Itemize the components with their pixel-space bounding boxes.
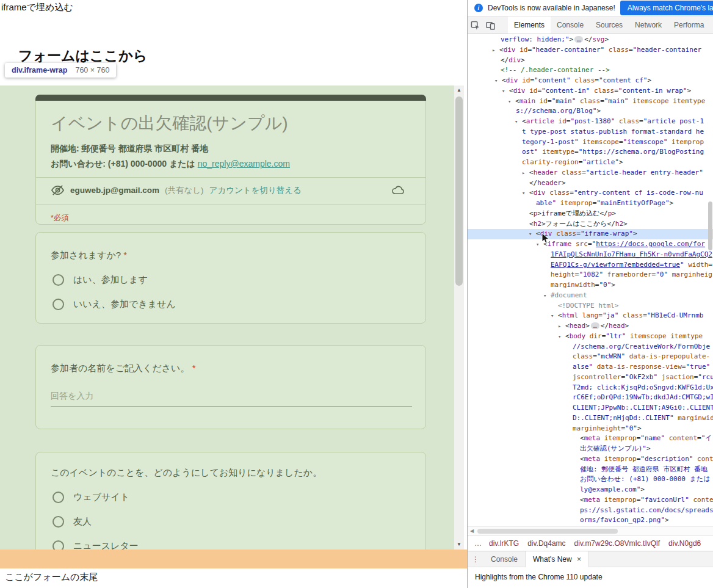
scroll-left-arrow-icon[interactable]: ◀ bbox=[470, 528, 474, 534]
tree-line[interactable]: verflow: hidden;">…</svg> bbox=[468, 35, 713, 45]
expand-arrow-open-icon[interactable]: ▾ bbox=[502, 86, 505, 96]
tree-line[interactable]: marginheight="0"> bbox=[468, 424, 713, 434]
tree-line[interactable]: お問い合わせ: (+81) 000-0000 または bbox=[468, 474, 713, 485]
tree-line[interactable]: clarity-region="article"> bbox=[468, 158, 713, 168]
tab-sources[interactable]: Sources bbox=[590, 16, 629, 34]
tree-line[interactable]: ▾<html lang="ja" class="HB1eCd-UMrnmb bbox=[468, 311, 713, 321]
tree-line[interactable]: height="1082" frameborder="0" marginheig bbox=[468, 270, 713, 280]
tree-line[interactable]: ▸<head>…</head> bbox=[468, 321, 713, 332]
tree-line[interactable]: ly@example.com"> bbox=[468, 485, 713, 495]
tree-line[interactable]: ▸<header class="article-header entry-hea… bbox=[468, 168, 713, 178]
tree-line[interactable]: orms/favicon_qp2.png"> bbox=[468, 515, 713, 526]
tree-line[interactable]: <!DOCTYPE html> bbox=[468, 301, 713, 311]
breadcrumb-overflow[interactable]: … bbox=[471, 539, 485, 548]
tree-line[interactable]: EAFQ1Cs-g/viewform?embedded=true" width= bbox=[468, 260, 713, 270]
tree-line[interactable]: alse" data-is-response-view="true" bbox=[468, 362, 713, 372]
drawer-tab-what-s-new[interactable]: What's New× bbox=[525, 551, 589, 567]
radio-option[interactable]: 友人 bbox=[51, 509, 411, 534]
radio-option[interactable]: ニュースレター bbox=[51, 534, 411, 550]
expand-arrow-open-icon[interactable]: ▾ bbox=[551, 311, 554, 321]
tree-line[interactable]: ▾#document bbox=[468, 291, 713, 301]
radio-option[interactable]: いいえ、参加できません bbox=[51, 292, 411, 316]
radio-icon[interactable] bbox=[52, 540, 64, 550]
tab-performa[interactable]: Performa bbox=[668, 16, 710, 34]
tree-line[interactable]: 1FAIpQLScNnUnIo7FHamu_Fh5Kr-n0vndFaAgCQ2 bbox=[468, 250, 713, 260]
expand-arrow-open-icon[interactable]: ▾ bbox=[543, 291, 546, 301]
expand-arrow-open-icon[interactable]: ▾ bbox=[558, 332, 561, 342]
tree-line[interactable]: jscontroller="OkF2xb" jsaction="rcu bbox=[468, 372, 713, 383]
tree-line[interactable]: 出欠確認(サンプル)"> bbox=[468, 444, 713, 454]
text-answer-field[interactable]: 回答を入力 bbox=[51, 390, 412, 407]
radio-icon[interactable] bbox=[52, 492, 64, 503]
tree-line[interactable]: s://schema.org/Blog"> bbox=[468, 106, 713, 117]
tree-line[interactable]: CLIENT;JPpwNb:.CLIENT;A9Gi0:.CLIENT bbox=[468, 403, 713, 413]
radio-icon[interactable] bbox=[52, 516, 64, 528]
tree-line[interactable]: ost" itemtype="https://schema.org/BlogPo… bbox=[468, 147, 713, 158]
tree-line[interactable]: <h2>フォームはここから</h2> bbox=[468, 219, 713, 230]
tree-line[interactable]: </header> bbox=[468, 178, 713, 189]
tree-line[interactable]: marginwidth="0"> bbox=[468, 280, 713, 291]
close-icon[interactable]: × bbox=[577, 555, 582, 563]
tree-line[interactable]: able" itemprop="mainEntityOfPage"> bbox=[468, 198, 713, 209]
expand-arrow-open-icon[interactable]: ▾ bbox=[508, 96, 511, 107]
tree-line[interactable]: ▸<div id="header-container" class="heade… bbox=[468, 45, 713, 56]
expand-arrow-closed-icon[interactable]: ▸ bbox=[522, 168, 525, 178]
tree-line[interactable]: <meta itemprop="description" cont bbox=[468, 454, 713, 465]
drawer-tab-console[interactable]: Console bbox=[483, 551, 525, 567]
tree-line[interactable]: t type-post status-publish format-standa… bbox=[468, 127, 713, 137]
tree-line[interactable]: T2md; click:KjsqPd;oSngvd:KWFG1d;Ux bbox=[468, 383, 713, 393]
radio-icon[interactable] bbox=[52, 274, 64, 286]
tree-line[interactable]: ▾<iframe src="https://docs.google.com/fo… bbox=[468, 239, 713, 250]
expand-arrow-closed-icon[interactable]: ▸ bbox=[492, 45, 495, 56]
expand-arrow-closed-icon[interactable]: ▸ bbox=[558, 321, 561, 332]
form-scrollbar[interactable]: ▲ ▼ bbox=[454, 85, 464, 550]
tree-line[interactable]: <meta itemprop="name" content="イ bbox=[468, 434, 713, 444]
expand-arrow-open-icon[interactable]: ▾ bbox=[515, 117, 518, 127]
expand-arrow-open-icon[interactable]: ▾ bbox=[536, 239, 539, 250]
tab-console[interactable]: Console bbox=[551, 16, 590, 34]
device-toolbar-icon[interactable] bbox=[483, 16, 498, 34]
tree-line[interactable]: rC6Ef;oDrQPd:19NwTb;dkdJAd:CMTGD;wI bbox=[468, 393, 713, 403]
tab-elements[interactable]: Elements bbox=[508, 16, 551, 34]
tree-line[interactable]: </div> bbox=[468, 56, 713, 66]
tree-line[interactable]: ▾<div id="content-in" class="content-in … bbox=[468, 86, 713, 96]
tree-line[interactable]: 催地: 郵便番号 都道府県 市区町村 番地 bbox=[468, 465, 713, 475]
tree-horizontal-scrollbar[interactable]: ◀ bbox=[468, 526, 713, 535]
match-language-button[interactable]: Always match Chrome's langu bbox=[620, 1, 713, 15]
inspect-element-icon[interactable] bbox=[468, 16, 483, 34]
tree-line[interactable]: <!-- /.header-container --> bbox=[468, 65, 713, 76]
tree-line[interactable]: class="mcWRN" data-is-prepopulate- bbox=[468, 352, 713, 362]
expand-arrow-open-icon[interactable]: ▾ bbox=[529, 229, 532, 239]
scrollbar-thumb[interactable] bbox=[455, 96, 463, 286]
radio-option[interactable]: ウェブサイト bbox=[51, 485, 411, 509]
tab-network[interactable]: Network bbox=[629, 16, 668, 34]
tree-line[interactable]: ps://ssl.gstatic.com/docs/spreads bbox=[468, 506, 713, 516]
breadcrumb-item[interactable]: div.lrKTG bbox=[485, 539, 523, 548]
breadcrumb-item[interactable]: div.m7w29c.O8VmIc.tIvQlf bbox=[570, 539, 664, 548]
scroll-down-arrow-icon[interactable]: ▼ bbox=[454, 540, 464, 550]
whats-new-heading: Highlights from the Chrome 110 update bbox=[475, 573, 603, 581]
tree-vertical-scrollbar[interactable] bbox=[708, 201, 712, 250]
scrollbar-thumb[interactable] bbox=[477, 529, 618, 534]
tree-line[interactable]: ▾<body dir="ltr" itemscope itemtype bbox=[468, 332, 713, 342]
tree-line[interactable]: tegory-1-post" itemscope="itemscope" ite… bbox=[468, 137, 713, 148]
switch-account-link[interactable]: アカウントを切り替える bbox=[209, 185, 302, 196]
tree-line[interactable]: <meta itemprop="faviconUrl" conte bbox=[468, 495, 713, 506]
tree-line[interactable]: D:.CLIENT;nHjqDd:.CLIENT" marginwid bbox=[468, 413, 713, 424]
expand-arrow-open-icon[interactable]: ▾ bbox=[494, 76, 498, 86]
drawer-menu-icon[interactable]: ⋮ bbox=[468, 555, 483, 564]
tree-line[interactable]: ▾<div class="entry-content cf is-code-ro… bbox=[468, 188, 713, 198]
breadcrumb-item[interactable]: div.N0gd6 bbox=[664, 539, 705, 548]
radio-icon[interactable] bbox=[52, 299, 64, 310]
tree-line-selected[interactable]: ▾<div class="iframe-wrap"> bbox=[468, 229, 713, 239]
tree-line[interactable]: //schema.org/CreativeWork/FormObje bbox=[468, 342, 713, 352]
tree-line[interactable]: ▾<main id="main" class="main" itemscope … bbox=[468, 96, 713, 107]
expand-arrow-open-icon[interactable]: ▾ bbox=[522, 188, 525, 198]
breadcrumb-item[interactable]: div.Dq4amc bbox=[523, 539, 570, 548]
radio-option[interactable]: はい、参加します bbox=[51, 267, 411, 292]
contact-email-link[interactable]: no_reply@example.com bbox=[198, 159, 290, 169]
tree-line[interactable]: <p>iframeで埋め込む</p> bbox=[468, 209, 713, 219]
tree-line[interactable]: ▾<article id="post-1380" class="article … bbox=[468, 117, 713, 127]
tree-line[interactable]: ▾<div id="content" class="content cf"> bbox=[468, 76, 713, 86]
scroll-up-arrow-icon[interactable]: ▲ bbox=[454, 85, 464, 95]
